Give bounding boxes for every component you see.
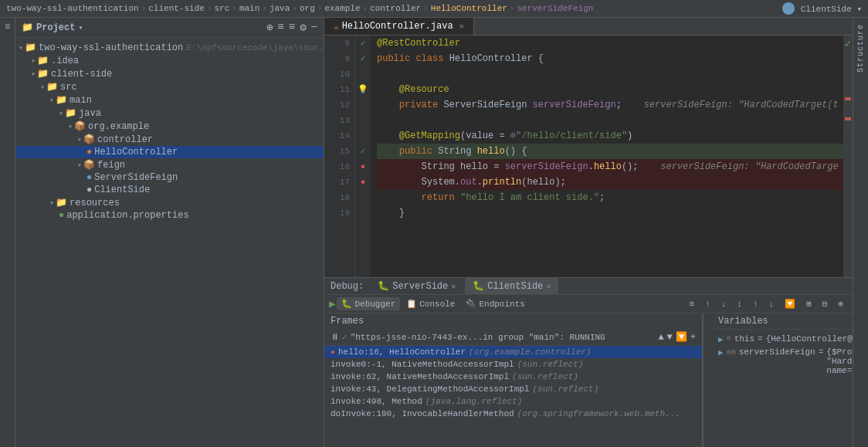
tree-item-root[interactable]: ▾ 📁 two-way-ssl-authentication E:\npfsou…	[15, 41, 324, 54]
breadcrumb-item-2[interactable]: src	[214, 4, 229, 13]
console-tab-btn[interactable]: 📋 Console	[402, 297, 459, 310]
code-line-16: String hello = serverSideFeign.hello(); …	[377, 159, 843, 174]
tree-item-feign[interactable]: ▾ 📦 feign	[15, 158, 324, 171]
structure-label: Structure	[856, 24, 865, 73]
sidebar-icon-1[interactable]: ≡	[1, 20, 15, 34]
project-settings-btn[interactable]: ⚙	[300, 21, 306, 34]
debug-btn-minus[interactable]: ⊟	[818, 297, 832, 310]
breadcrumb-item-1[interactable]: client-side	[148, 4, 205, 13]
gutter-icon-17: ●	[355, 174, 371, 190]
debug-btn-up2[interactable]: ↑	[748, 297, 763, 310]
frame-label-4: invoke:498, Method	[331, 397, 422, 406]
debugger-tab-btn[interactable]: 🐛 Debugger	[337, 297, 400, 310]
gutter-icon-9: ✓	[355, 51, 371, 66]
folder-icon-org: 📦	[74, 120, 86, 132]
debug-tab-server-side[interactable]: 🐛 ServerSide ✕	[370, 278, 463, 294]
debug-tab-client-side[interactable]: 🐛 ClientSide ✕	[465, 278, 558, 294]
debug-btn-down1[interactable]: ↓	[717, 297, 731, 310]
left-sidebar: ≡	[0, 18, 15, 447]
tree-item-app-properties[interactable]: ● application.properties	[15, 209, 324, 222]
project-dropdown-icon[interactable]: ▾	[78, 23, 83, 32]
tree-label-feign: feign	[97, 160, 125, 171]
tree-item-idea[interactable]: ▾ 📁 .idea	[15, 54, 324, 67]
thread-add-btn[interactable]: +	[690, 332, 696, 343]
variables-panel: Variables ▶ ≡ this = {HelloController@65…	[712, 313, 853, 447]
frame-item-0[interactable]: ● hello:16, HelloController (org.example…	[324, 346, 702, 358]
user-menu-button[interactable]: ClientSide ▾	[801, 4, 862, 14]
tree-item-main[interactable]: ▾ 📁 main	[15, 93, 324, 107]
top-right-area: ClientSide ▾	[782, 2, 862, 15]
tree-item-client-side[interactable]: ▾ 📁 client-side	[15, 67, 324, 80]
frame-item-5[interactable]: doInvoke:190, InvocableHandlerMethod (or…	[324, 408, 702, 420]
debug-restart-btn[interactable]: ▶	[329, 297, 335, 310]
breadcrumb-item-5[interactable]: org	[300, 4, 315, 13]
tree-item-java[interactable]: ▾ 📁 java	[15, 107, 324, 120]
thread-filter-btn[interactable]: 🔽	[676, 331, 687, 343]
tree-item-org-example[interactable]: ▾ 📦 org.example	[15, 120, 324, 133]
tree-item-src[interactable]: ▾ 📁 src	[15, 80, 324, 93]
breadcrumb-item-7[interactable]: controller	[370, 4, 421, 13]
folder-icon-controller: 📦	[83, 134, 95, 145]
tree-item-resources[interactable]: ▾ 📁 resources	[15, 196, 324, 209]
var-expand-this[interactable]: ▶	[718, 334, 724, 344]
folder-icon-java: 📁	[65, 107, 76, 119]
project-collapse-btn[interactable]: ≡	[289, 21, 295, 34]
code-line-17: System.out.println(hello);	[377, 174, 843, 190]
folder-icon-root: 📁	[25, 42, 36, 53]
frame-item-1[interactable]: invoke0:-1, NativeMethodAccessorImpl (su…	[324, 358, 702, 371]
breadcrumb-item-0[interactable]: two-way-ssl-authentication	[6, 4, 139, 13]
code-editor[interactable]: 8 9 10 11 12 13 14 15 16 17 18 19 ✓ ✓ 💡	[324, 36, 853, 277]
var-equals-feign: =	[819, 347, 824, 357]
code-content[interactable]: @RestController public class HelloContro…	[371, 36, 843, 277]
folder-icon-idea: 📁	[37, 55, 49, 66]
gutter-icon-19	[355, 205, 371, 221]
thread-selector[interactable]: ⏸ ✓ "https-jsse-nio-7443-ex...in group "…	[324, 329, 702, 346]
debug-btn-down2[interactable]: ↓	[765, 297, 779, 310]
line-num-19: 19	[324, 205, 354, 221]
var-item-server-feign[interactable]: ▶ ⊙⊙ serverSideFeign = {$Proxy62@6580} "…	[712, 346, 853, 377]
endpoints-tab-btn[interactable]: 🔌 Endpoints	[461, 297, 529, 310]
breadcrumb-item-8[interactable]: HelloController	[431, 4, 507, 13]
debug-btn-updown[interactable]: ↕	[732, 297, 747, 310]
project-panel-title: Project	[36, 22, 75, 33]
debug-btn-grid[interactable]: ⊞	[802, 297, 816, 310]
editor-tab-hello-controller[interactable]: ☕ HelloController.java ✕	[324, 18, 474, 35]
var-expand-feign[interactable]: ▶	[718, 347, 724, 357]
debug-btn-up1[interactable]: ↑	[700, 297, 715, 310]
thread-next-btn[interactable]: ▼	[667, 332, 673, 343]
line-number-gutter: 8 9 10 11 12 13 14 15 16 17 18 19	[324, 36, 355, 277]
debug-btn-add[interactable]: ⊕	[833, 297, 848, 310]
project-add-btn[interactable]: ⊕	[266, 21, 273, 34]
frame-label-2: invoke:62, NativeMethodAccessorImpl	[331, 372, 509, 381]
thread-prev-btn[interactable]: ▲	[658, 332, 663, 343]
thread-pause-btn[interactable]: ⏸	[331, 332, 339, 342]
frame-item-4[interactable]: invoke:498, Method (java.lang.reflect)	[324, 395, 702, 408]
tree-item-hello-controller[interactable]: ● HelloController	[15, 146, 324, 158]
debug-btn-filter[interactable]: 🔽	[780, 297, 800, 310]
debug-server-close[interactable]: ✕	[451, 282, 456, 291]
java-class-icon-hello: ●	[86, 147, 92, 157]
line-num-17: 17	[324, 174, 354, 190]
tree-arrow-src: ▾	[40, 83, 45, 92]
project-list-btn[interactable]: ≡	[277, 21, 283, 34]
var-item-this[interactable]: ▶ ≡ this = {HelloController@6579}	[712, 333, 853, 346]
breadcrumb-item-3[interactable]: main	[239, 4, 259, 13]
frame-item-2[interactable]: invoke:62, NativeMethodAccessorImpl (sun…	[324, 371, 702, 383]
tree-item-server-side-feign[interactable]: ● ServerSideFeign	[15, 171, 324, 184]
debug-btn-list[interactable]: ≡	[684, 297, 699, 310]
tree-label-main: main	[70, 95, 92, 106]
tree-arrow-controller: ▾	[77, 135, 82, 144]
project-minimize-btn[interactable]: −	[311, 21, 317, 34]
line-num-9: 9	[324, 51, 354, 66]
breadcrumb-item-9[interactable]: serverSideFeign	[517, 4, 593, 13]
frame-item-3[interactable]: invoke:43, DelegatingMethodAccessorImpl …	[324, 383, 702, 395]
gutter-icon-10	[355, 66, 371, 82]
tree-item-controller[interactable]: ▾ 📦 controller	[15, 133, 324, 146]
frames-list: ● hello:16, HelloController (org.example…	[324, 346, 702, 447]
debug-scroll-panel[interactable]	[703, 313, 712, 447]
debug-client-close[interactable]: ✕	[546, 282, 551, 291]
tab-close-btn[interactable]: ✕	[459, 22, 464, 31]
breadcrumb-item-4[interactable]: java	[270, 4, 290, 13]
tree-item-client-side-class[interactable]: ● ClientSide	[15, 184, 324, 196]
breadcrumb-item-6[interactable]: example	[324, 4, 360, 13]
